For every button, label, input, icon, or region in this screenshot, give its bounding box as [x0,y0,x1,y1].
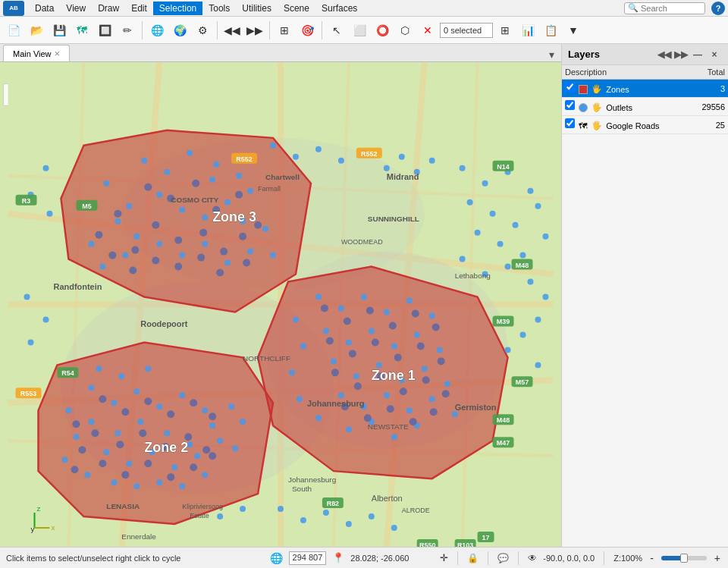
svg-point-177 [121,408,129,416]
menu-edit[interactable]: Edit [125,2,153,15]
place-alrode: ALRODE [402,507,430,514]
tb-select-opt3[interactable]: 📋 [540,20,561,41]
svg-point-84 [323,328,329,334]
coord-system-dropdown[interactable]: 294 807 [289,551,327,565]
svg-point-66 [84,472,90,478]
menu-view[interactable]: View [60,2,92,15]
tb-select-circle[interactable]: ⭕ [372,20,393,41]
svg-point-61 [194,453,200,459]
status-crosshair-icon: ✛ [440,552,448,563]
tab-main-view[interactable]: Main View × [3,45,70,61]
layers-close-btn[interactable]: × [707,47,722,62]
svg-point-190 [144,460,152,467]
svg-point-20 [187,150,193,156]
layers-prev-btn[interactable]: ◀◀ [657,47,672,62]
svg-point-206 [394,353,402,361]
tb-target[interactable]: 🎯 [297,20,318,41]
svg-point-56 [209,422,215,428]
svg-point-164 [220,248,228,256]
menu-scene[interactable]: Scene [278,2,315,15]
svg-point-39 [115,218,121,224]
svg-point-60 [171,464,177,470]
layer-zones-total: 3 [691,80,728,98]
tb-save[interactable]: 💾 [49,20,70,41]
menu-surfaces[interactable]: Surfaces [315,2,363,15]
tb-select-box[interactable]: ⬜ [349,20,370,41]
svg-point-153 [240,506,246,512]
tb-select-arrow[interactable]: ↖ [326,20,347,41]
col-description: Description [562,65,691,80]
menu-draw[interactable]: Draw [92,2,125,15]
status-zoom-minus[interactable]: - [648,552,655,564]
svg-point-116 [28,339,34,345]
tb-more[interactable]: ▼ [563,20,584,41]
svg-point-136 [505,347,511,353]
tb-select-opt1[interactable]: ⊞ [494,20,516,41]
svg-point-92 [376,362,382,368]
menu-tools[interactable]: Tools [202,2,236,15]
tb-map[interactable]: 🗺 [71,20,93,41]
menu-data[interactable]: Data [29,2,60,15]
tb-grid[interactable]: ⊞ [274,20,295,41]
svg-point-38 [103,180,109,187]
tb-new[interactable]: 📄 [3,20,24,41]
svg-point-58 [126,460,132,466]
map-svg: Zone 3 Zone 1 Zone 2 Chartwell Farmall M… [0,62,561,547]
tb-select-poly[interactable]: ⬡ [394,20,416,41]
svg-point-125 [475,230,481,236]
tab-dropdown-btn[interactable]: ▾ [544,48,558,61]
svg-point-218 [410,418,417,425]
layer-roads-total: 25 [691,116,728,134]
svg-point-144 [399,154,405,160]
svg-point-100 [429,396,435,402]
search-box[interactable]: 🔍 [624,2,705,14]
svg-point-184 [139,429,146,437]
place-woodmead: WOODMEAD [341,238,383,246]
svg-point-31 [156,241,162,247]
tab-close-icon[interactable]: × [55,48,61,59]
zoom-bar-thumb[interactable] [680,554,688,563]
zone3-label: Zone 3 [212,209,256,224]
svg-point-188 [99,460,106,467]
layer-zones-check[interactable] [565,82,575,92]
tb-select-opt2[interactable]: 📊 [517,20,538,41]
tb-globe2[interactable]: 🌍 [169,20,190,41]
layer-row-outlets[interactable]: 🖐 Outlets 29556 [562,98,728,116]
layers-next-btn[interactable]: ▶▶ [673,47,689,62]
separator-2 [217,21,218,39]
menu-selection[interactable]: Selection [153,2,202,15]
svg-point-205 [372,338,379,346]
tb-back[interactable]: ◀◀ [221,20,243,41]
tb-fwd[interactable]: ▶▶ [244,20,265,41]
search-input[interactable] [641,4,701,13]
svg-point-163 [199,229,207,237]
svg-point-82 [406,298,413,304]
svg-point-180 [190,399,197,406]
tb-sketch[interactable]: ✏ [117,20,138,41]
layer-row-google-roads[interactable]: 🗺 🖐 Google Roads 25 [562,116,728,134]
svg-point-89 [437,347,443,353]
svg-point-91 [353,373,359,379]
svg-point-65 [61,457,67,463]
menu-utilities[interactable]: Utilities [236,2,278,15]
layer-row-zones[interactable]: 🖐 Zones 3 [562,80,728,98]
svg-point-210 [354,382,362,390]
svg-point-102 [315,415,322,421]
tb-layer[interactable]: 🔲 [94,20,115,41]
status-zoom-bar [661,556,707,560]
svg-point-169 [174,263,182,271]
tb-deselect[interactable]: ✕ [417,20,438,41]
tb-open[interactable]: 📂 [26,20,47,41]
place-kliprivier: Klipriviersoog [182,503,223,510]
help-button[interactable]: ? [711,2,725,15]
tb-globe[interactable]: 🌐 [146,20,168,41]
tb-settings[interactable]: ⚙ [192,20,213,41]
layer-outlets-hand-icon: 🖐 [592,102,602,113]
layer-outlets-check[interactable] [565,100,575,110]
status-zoom-plus[interactable]: + [713,552,722,564]
svg-point-57 [103,449,109,455]
svg-point-212 [400,388,407,395]
layers-pin-btn[interactable]: — [690,47,705,62]
map-view[interactable]: ↖ 🔍+ 🔍− 🌐 🌍 ⚙ ◀◀ ▶▶ ⊞ 🎯 🔖 ▦ [0,62,561,547]
layer-roads-check[interactable] [565,118,575,128]
